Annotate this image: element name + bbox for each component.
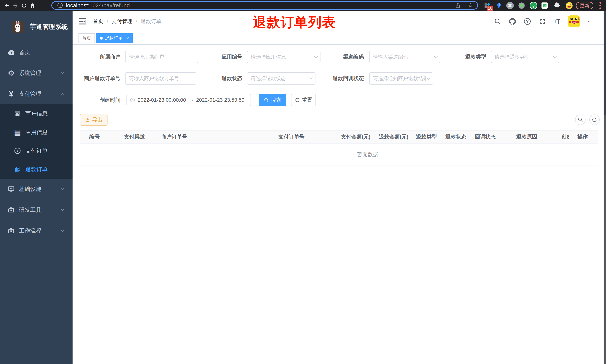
window-scrollbar[interactable] bbox=[604, 11, 606, 364]
breadcrumb-home[interactable]: 首页 bbox=[93, 18, 104, 25]
bookmark-star-icon[interactable]: ☆ bbox=[468, 2, 474, 9]
sidebar-logo[interactable]: 芋道管理系统 bbox=[0, 14, 73, 40]
site-info-icon[interactable] bbox=[57, 2, 63, 9]
fullscreen-icon[interactable] bbox=[538, 17, 546, 26]
col-id: 编号 bbox=[89, 130, 100, 143]
sidebar-item-pay[interactable]: ¥ 支付管理 bbox=[0, 83, 73, 104]
sidebar-item-devtools[interactable]: 研发工具 bbox=[0, 199, 73, 220]
tag-home[interactable]: 首页 bbox=[79, 33, 95, 43]
empty-text: 暂无数据 bbox=[357, 143, 378, 166]
label-refund-type: 退款类型 bbox=[445, 51, 486, 63]
url-text[interactable]: localhost:1024/pay/refund bbox=[66, 2, 130, 9]
extension-emoji-icon[interactable] bbox=[565, 1, 573, 10]
extension-y-icon[interactable]: y bbox=[529, 1, 538, 10]
extension-command-icon[interactable]: ⌘ bbox=[506, 1, 514, 10]
user-avatar[interactable] bbox=[568, 15, 580, 27]
url-host: localhost bbox=[66, 2, 88, 8]
chevron-down-icon bbox=[434, 54, 438, 58]
question-glyph: ? bbox=[524, 18, 531, 25]
svg-text:y: y bbox=[532, 3, 535, 8]
breadcrumb-pay[interactable]: 支付管理 bbox=[112, 18, 132, 25]
merchant-refund-no-input[interactable]: 请输入商户退款订单号 bbox=[125, 72, 197, 85]
sidebar-item-app-info[interactable]: ▦ 应用信息 bbox=[0, 123, 73, 142]
gear-icon: ⚙ bbox=[7, 69, 15, 77]
browser-forward-icon[interactable] bbox=[12, 2, 19, 10]
logo-rabbit-avatar bbox=[12, 21, 24, 33]
browser-update-button[interactable]: 更新 bbox=[576, 2, 593, 9]
header-search-icon[interactable] bbox=[493, 17, 502, 26]
table-refresh-button[interactable] bbox=[589, 115, 600, 125]
address-bar[interactable]: localhost:1024/pay/refund ☆ bbox=[51, 1, 478, 10]
browser-back-icon[interactable] bbox=[3, 2, 11, 10]
date-separator: - bbox=[192, 97, 193, 103]
app-placeholder: 请选择应用信息 bbox=[251, 53, 313, 60]
chevron-down-icon bbox=[60, 207, 65, 212]
reset-button[interactable]: 重置 bbox=[291, 94, 316, 106]
dashboard-icon bbox=[7, 49, 15, 56]
breadcrumb-separator: / bbox=[107, 18, 108, 24]
help-icon[interactable]: ? bbox=[523, 17, 531, 26]
sidebar-item-refund-order[interactable]: 退款订单 bbox=[0, 160, 73, 179]
chevron-down-icon bbox=[60, 228, 65, 233]
document-copy-icon bbox=[13, 166, 22, 172]
sidebar-item-merchant-info[interactable]: 商户信息 bbox=[0, 104, 73, 123]
create-time-range-picker[interactable]: 2022-01-23 00:00:00 - 2022-01-23 23:59:5… bbox=[127, 94, 251, 106]
extension-badge: 10 bbox=[487, 6, 493, 11]
tag-refund-order[interactable]: 退款订单 × bbox=[96, 33, 133, 43]
extension-chat-icon[interactable] bbox=[540, 1, 549, 10]
briefcase-icon bbox=[7, 207, 15, 213]
chevron-down-icon bbox=[314, 54, 318, 58]
sidebar-item-label: 商户信息 bbox=[25, 110, 48, 117]
search-icon bbox=[264, 97, 269, 103]
extensions-puzzle-icon[interactable] bbox=[553, 1, 561, 10]
sidebar-item-pay-order[interactable]: ¥ 支付订单 bbox=[0, 142, 73, 160]
export-button[interactable]: 导出 bbox=[80, 114, 107, 126]
chevron-up-icon bbox=[60, 91, 65, 96]
grid-icon: ▦ bbox=[13, 128, 22, 136]
app-select[interactable]: 请选择应用信息 bbox=[247, 51, 320, 63]
search-button[interactable]: 搜索 bbox=[259, 94, 286, 106]
browser-menu-icon[interactable] bbox=[597, 1, 603, 10]
search-label: 搜索 bbox=[271, 96, 281, 104]
top-navbar: 首页 / 支付管理 / 退款订单 ? TT bbox=[73, 11, 604, 32]
sidebar-item-system[interactable]: ⚙ 系统管理 bbox=[0, 63, 73, 83]
browser-reload-icon[interactable] bbox=[20, 2, 28, 10]
sidebar-item-infra[interactable]: 基础设施 bbox=[0, 179, 73, 199]
refund-status-placeholder: 请选择退款状态 bbox=[251, 75, 308, 82]
chevron-down-icon bbox=[309, 76, 313, 80]
channel-select[interactable]: 请输入渠道编码 bbox=[369, 51, 440, 63]
reset-label: 重置 bbox=[302, 96, 312, 104]
sidebar-item-home[interactable]: 首页 bbox=[0, 42, 73, 63]
extension-green-dot-icon[interactable] bbox=[517, 1, 526, 10]
share-icon[interactable] bbox=[455, 2, 461, 9]
col-callback-status: 回调状态 bbox=[475, 130, 496, 143]
extension-blue-diamond-icon[interactable]: 10 bbox=[483, 1, 491, 10]
label-app: 应用编号 bbox=[201, 51, 242, 63]
date-start-value[interactable]: 2022-01-23 00:00:00 bbox=[138, 97, 189, 103]
callback-status-select[interactable]: 请选择通知商户退款结果的回调状态 bbox=[369, 72, 433, 85]
refund-type-select[interactable]: 请选择退款类型 bbox=[491, 51, 559, 63]
date-end-value[interactable]: 2022-01-23 23:59:59 bbox=[196, 97, 248, 103]
sidebar-toggle-icon[interactable] bbox=[78, 17, 87, 26]
refund-status-select[interactable]: 请选择退款状态 bbox=[247, 72, 316, 85]
merchant-input[interactable]: 请选择所属商户 bbox=[125, 51, 198, 63]
monitor-chart-icon bbox=[7, 185, 15, 193]
tag-close-icon[interactable]: × bbox=[126, 36, 129, 40]
avatar-caret-icon[interactable] bbox=[586, 19, 591, 24]
navbar-actions: ? TT bbox=[493, 11, 591, 32]
table-search-toggle-button[interactable] bbox=[575, 115, 586, 125]
label-refund-status: 退款状态 bbox=[201, 72, 242, 85]
sidebar-item-label: 工作流程 bbox=[19, 227, 41, 234]
refund-type-placeholder: 请选择退款类型 bbox=[495, 53, 552, 60]
sidebar-item-workflow[interactable]: 工作流程 bbox=[0, 220, 73, 241]
refresh-icon bbox=[295, 97, 300, 103]
browser-home-icon[interactable] bbox=[29, 2, 37, 10]
extension-kite-icon[interactable] bbox=[495, 1, 503, 10]
breadcrumb: 首页 / 支付管理 / 退款订单 bbox=[93, 11, 161, 32]
github-icon[interactable] bbox=[508, 17, 516, 26]
scrollbar-thumb[interactable] bbox=[604, 11, 606, 115]
page: { "colors": { "primary": "#409EFF", "war… bbox=[0, 0, 606, 364]
tag-label: 退款订单 bbox=[105, 35, 123, 41]
label-merchant-refund-no: 商户退款订单号 bbox=[76, 72, 120, 85]
font-size-icon[interactable]: TT bbox=[553, 17, 561, 26]
